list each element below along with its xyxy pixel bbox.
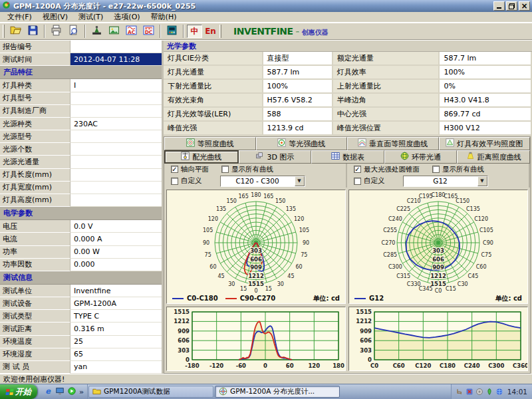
menu-item[interactable]: 选项(O) bbox=[108, 12, 145, 22]
legend-series-name: G12 bbox=[369, 295, 384, 302]
system-tray: 14:01 bbox=[451, 384, 532, 399]
tab-data-table[interactable]: 数据表 bbox=[311, 150, 384, 164]
field-value[interactable]: 25 bbox=[70, 336, 162, 348]
field-value[interactable]: 230AC bbox=[70, 118, 162, 130]
ie-icon[interactable]: e bbox=[43, 386, 53, 398]
tab-view-3d[interactable]: 3D 图示 bbox=[239, 150, 312, 164]
field-value[interactable]: TYPE C bbox=[70, 310, 162, 323]
right-curve-select[interactable]: G12▼ bbox=[403, 176, 488, 187]
field-value[interactable]: 0.000 bbox=[70, 259, 162, 271]
start-button[interactable]: 开始 bbox=[0, 384, 37, 399]
tray-icon-disc[interactable] bbox=[475, 386, 483, 398]
print-preview-button[interactable] bbox=[65, 24, 82, 39]
open-file-button[interactable] bbox=[7, 24, 24, 39]
section-title: 电学参数 bbox=[3, 208, 33, 218]
menu-item[interactable]: 测试(T) bbox=[73, 12, 108, 22]
dc-source-button[interactable]: DC bbox=[140, 24, 157, 39]
tab-vertical-iso[interactable]: 垂直面等照度曲线 bbox=[347, 137, 439, 150]
save-file-button[interactable] bbox=[25, 24, 41, 39]
print-button[interactable] bbox=[48, 24, 65, 39]
dropdown-arrow-icon[interactable]: ▼ bbox=[295, 176, 305, 186]
optics-label: 灯具CIE分类 bbox=[164, 52, 263, 66]
dropdown-arrow-icon[interactable]: ▼ bbox=[477, 176, 487, 186]
tray-icon-antivirus[interactable] bbox=[485, 386, 493, 398]
tray-icon-update[interactable] bbox=[466, 386, 473, 398]
svg-text:909: 909 bbox=[178, 328, 190, 334]
optics-label: 半峰边角 bbox=[333, 94, 440, 108]
svg-text:606: 606 bbox=[360, 337, 372, 344]
svg-text:1212: 1212 bbox=[430, 273, 446, 279]
field-value[interactable]: 0.00 W bbox=[70, 246, 162, 259]
optics-row: 峰值光强1213.9 cd峰值光强位置H300 V12 bbox=[164, 122, 532, 136]
field-value[interactable]: GPM-1200A bbox=[70, 297, 162, 310]
svg-text:15: 15 bbox=[265, 286, 272, 292]
menu-item[interactable]: 视图(V) bbox=[37, 12, 73, 22]
language-chinese-button[interactable]: 中 bbox=[187, 25, 202, 38]
field-value[interactable]: 0.000 A bbox=[70, 233, 162, 245]
field-value[interactable] bbox=[70, 92, 162, 105]
field-value[interactable]: yan bbox=[70, 361, 162, 374]
right-custom-checkbox[interactable] bbox=[354, 178, 361, 185]
tab-iso-candela[interactable]: 等光强曲线 bbox=[256, 137, 348, 150]
close-button[interactable] bbox=[519, 1, 530, 11]
tab-zonal-flux[interactable]: 环带光通 bbox=[384, 150, 458, 164]
left-plane-label: 轴向平面 bbox=[181, 165, 209, 174]
menu-item[interactable]: 文件(F) bbox=[2, 12, 37, 22]
field-value[interactable] bbox=[70, 156, 162, 168]
svg-text:606: 606 bbox=[432, 256, 444, 263]
svg-text:45: 45 bbox=[217, 273, 224, 279]
ac-source-button[interactable]: AC bbox=[123, 24, 140, 39]
left-plane-checkbox[interactable]: ✓ bbox=[171, 166, 178, 173]
device-panel-button[interactable] bbox=[164, 24, 180, 39]
legend-series-name: C90-C270 bbox=[240, 295, 276, 302]
svg-text:C360: C360 bbox=[513, 362, 527, 369]
field-value[interactable]: 2012-04-07 11:28 bbox=[70, 53, 162, 66]
field-value[interactable]: I bbox=[70, 79, 162, 92]
svg-text:C240: C240 bbox=[464, 362, 480, 369]
brand-name: INVENTFINE bbox=[233, 26, 293, 37]
menu-item[interactable]: 帮助(H) bbox=[146, 12, 182, 22]
svg-text:135: 135 bbox=[216, 206, 226, 212]
field-value[interactable] bbox=[70, 182, 162, 194]
field-value[interactable]: Inventfine bbox=[70, 285, 162, 297]
field-value[interactable] bbox=[70, 41, 162, 53]
field-value[interactable] bbox=[70, 194, 162, 207]
right-plane-checkbox[interactable]: ✓ bbox=[354, 166, 361, 173]
field-value[interactable] bbox=[70, 143, 162, 156]
taskbar-task-button[interactable]: GPM-1200A 分布光度计... bbox=[215, 386, 340, 398]
distance-illuminance-icon bbox=[466, 152, 475, 162]
toolbar: ACDC中EnINVENTFINE™创惠仪器 bbox=[0, 23, 532, 40]
left-curve-select[interactable]: C120 - C300▼ bbox=[220, 176, 305, 187]
field-value[interactable] bbox=[70, 130, 162, 143]
goniophotometer-button[interactable] bbox=[88, 24, 105, 39]
svg-text:60: 60 bbox=[209, 264, 216, 270]
left-custom-checkbox[interactable] bbox=[171, 178, 178, 185]
property-row: 功率因数0.000 bbox=[0, 259, 162, 271]
tab-polar-curve[interactable]: 配光曲线 bbox=[164, 150, 239, 164]
optics-row: 灯具光通量587.7 lm灯具效率100% bbox=[164, 66, 532, 80]
tab-iso-lux[interactable]: 等照度曲线 bbox=[164, 137, 256, 150]
minimize-button[interactable] bbox=[493, 1, 505, 11]
restore-button[interactable] bbox=[506, 1, 517, 11]
show-desktop-icon[interactable] bbox=[55, 386, 65, 398]
property-row: 测 试 员yan bbox=[0, 361, 162, 374]
tray-icon-app[interactable] bbox=[456, 386, 464, 398]
right-show-all-checkbox[interactable] bbox=[432, 166, 440, 173]
tab-distance-illuminance[interactable]: 距离照度曲线 bbox=[457, 150, 530, 164]
field-value[interactable]: 65 bbox=[70, 348, 162, 361]
tab-label: 环带光通 bbox=[412, 152, 441, 162]
left-show-all-checkbox[interactable] bbox=[221, 166, 229, 173]
field-value[interactable] bbox=[70, 169, 162, 182]
language-english-button[interactable]: En bbox=[203, 25, 218, 38]
media-player-icon[interactable] bbox=[67, 386, 76, 398]
field-value[interactable]: 0.316 m bbox=[70, 323, 162, 335]
field-value[interactable]: 0.0 V bbox=[70, 220, 162, 233]
quick-launch-overflow-chevron[interactable]: » bbox=[79, 388, 84, 396]
tray-icon-network[interactable] bbox=[495, 386, 503, 398]
toolbar-grip bbox=[3, 25, 5, 38]
image-view-button[interactable] bbox=[106, 24, 122, 39]
taskbar-task-button[interactable]: GPM1200A测试数据 bbox=[88, 386, 213, 398]
field-value[interactable] bbox=[70, 105, 162, 118]
tab-avg-illuminance[interactable]: 灯具有效平均照度图 bbox=[439, 137, 531, 150]
optics-label: 额定光通量 bbox=[333, 52, 440, 66]
